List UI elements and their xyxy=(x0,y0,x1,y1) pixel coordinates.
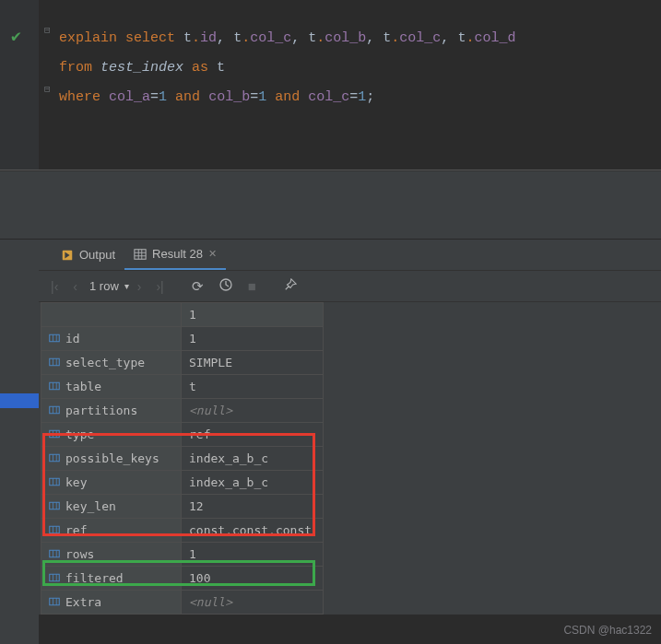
svg-rect-13 xyxy=(50,382,60,390)
column-icon xyxy=(49,452,60,465)
watermark: CSDN @hac1322 xyxy=(563,624,652,637)
column-icon xyxy=(49,404,60,417)
auto-refresh-button[interactable] xyxy=(212,277,240,295)
row-value[interactable]: 100 xyxy=(182,567,324,591)
stop-button[interactable]: ■ xyxy=(242,278,263,294)
table-row[interactable]: typeref xyxy=(41,423,324,447)
row-key: rows xyxy=(41,543,182,567)
panel-divider[interactable] xyxy=(0,170,661,240)
row-value[interactable]: const,const,const xyxy=(182,519,324,543)
table-row[interactable]: rows1 xyxy=(41,543,324,567)
row-key: key_len xyxy=(41,495,182,519)
row-value[interactable]: index_a_b_c xyxy=(182,471,324,495)
svg-rect-31 xyxy=(50,526,60,533)
row-key: type xyxy=(41,423,182,447)
svg-rect-37 xyxy=(50,574,60,581)
refresh-button[interactable]: ⟳ xyxy=(185,278,210,295)
row-count-label: 1 row xyxy=(86,279,123,293)
column-icon xyxy=(49,476,60,489)
prev-page-button[interactable]: ‹ xyxy=(66,279,84,294)
output-icon xyxy=(61,248,74,263)
svg-rect-28 xyxy=(50,502,60,509)
row-key: id xyxy=(41,327,182,351)
row-key: filtered xyxy=(41,567,182,591)
next-page-button[interactable]: › xyxy=(131,279,148,294)
row-key: ref xyxy=(41,519,182,543)
row-key: Extra xyxy=(41,591,182,615)
column-icon xyxy=(49,596,60,609)
header-row: 1 xyxy=(41,303,324,327)
svg-rect-16 xyxy=(50,406,60,414)
row-key: possible_keys xyxy=(41,447,182,471)
selection-indicator xyxy=(0,393,39,408)
row-value[interactable]: 12 xyxy=(182,495,324,519)
result-grid[interactable]: 1 id1select_typeSIMPLEtabletpartitions<n… xyxy=(41,302,324,615)
svg-rect-40 xyxy=(50,598,60,605)
table-row[interactable]: id1 xyxy=(41,327,324,351)
results-panel: Output Result 28 ✕ |‹ ‹ 1 row ▾ › ›| ⟳ ■… xyxy=(0,240,661,615)
tab-result[interactable]: Result 28 ✕ xyxy=(124,240,226,270)
svg-rect-1 xyxy=(135,250,146,260)
table-row[interactable]: key_len12 xyxy=(41,495,324,519)
code-line-3: where col_a=1 and col_b=1 and col_c=1; xyxy=(59,83,661,112)
first-page-button[interactable]: |‹ xyxy=(44,279,65,294)
fold-icon[interactable]: ⊟ xyxy=(44,83,51,95)
tab-output[interactable]: Output xyxy=(52,240,124,270)
header-empty xyxy=(41,303,182,327)
row-key: select_type xyxy=(41,351,182,375)
column-header[interactable]: 1 xyxy=(182,303,324,327)
column-icon xyxy=(49,357,60,369)
svg-rect-19 xyxy=(50,430,60,438)
column-icon xyxy=(49,500,60,513)
pin-button[interactable] xyxy=(277,278,303,294)
tab-bar: Output Result 28 ✕ xyxy=(0,240,661,271)
left-strip xyxy=(0,240,39,644)
last-page-button[interactable]: ›| xyxy=(149,279,170,294)
table-row[interactable]: select_typeSIMPLE xyxy=(41,351,324,375)
row-key: partitions xyxy=(41,399,182,423)
column-icon xyxy=(49,572,60,585)
table-row[interactable]: keyindex_a_b_c xyxy=(41,471,324,495)
table-row[interactable]: partitions<null> xyxy=(41,399,324,423)
row-value[interactable]: t xyxy=(182,375,324,399)
close-icon[interactable]: ✕ xyxy=(208,248,217,260)
svg-rect-34 xyxy=(50,550,60,557)
column-icon xyxy=(49,548,60,561)
grid-icon xyxy=(134,247,147,262)
svg-rect-25 xyxy=(50,478,60,486)
table-row[interactable]: refconst,const,const xyxy=(41,519,324,543)
row-key: key xyxy=(41,471,182,495)
row-value[interactable]: index_a_b_c xyxy=(182,447,324,471)
svg-rect-22 xyxy=(50,454,60,462)
tab-label: Result 28 xyxy=(152,247,203,261)
row-value[interactable]: SIMPLE xyxy=(182,351,324,375)
column-icon xyxy=(49,381,60,393)
sql-editor[interactable]: ✔ ⊟ ⊟ explain select t.id, t.col_c, t.co… xyxy=(0,0,661,170)
results-toolbar: |‹ ‹ 1 row ▾ › ›| ⟳ ■ xyxy=(0,271,661,302)
column-icon xyxy=(49,524,60,537)
row-key: table xyxy=(41,375,182,399)
chevron-down-icon[interactable]: ▾ xyxy=(124,281,129,291)
fold-icon[interactable]: ⊟ xyxy=(44,24,51,36)
code-line-1: explain select t.id, t.col_c, t.col_b, t… xyxy=(59,24,661,53)
row-value[interactable]: <null> xyxy=(182,399,324,423)
row-value[interactable]: ref xyxy=(182,423,324,447)
table-row[interactable]: tablet xyxy=(41,375,324,399)
check-icon: ✔ xyxy=(11,26,21,46)
svg-rect-7 xyxy=(50,334,60,342)
code-line-2: from test_index as t xyxy=(59,53,661,83)
svg-rect-10 xyxy=(50,358,60,366)
column-icon xyxy=(49,428,60,441)
table-row[interactable]: filtered100 xyxy=(41,567,324,591)
column-icon xyxy=(49,333,60,345)
row-value[interactable]: 1 xyxy=(182,543,324,567)
row-value[interactable]: <null> xyxy=(182,591,324,615)
table-row[interactable]: Extra<null> xyxy=(41,591,324,615)
tab-label: Output xyxy=(79,248,115,262)
code-content[interactable]: explain select t.id, t.col_c, t.col_b, t… xyxy=(0,7,661,112)
table-row[interactable]: possible_keysindex_a_b_c xyxy=(41,447,324,471)
row-value[interactable]: 1 xyxy=(182,327,324,351)
